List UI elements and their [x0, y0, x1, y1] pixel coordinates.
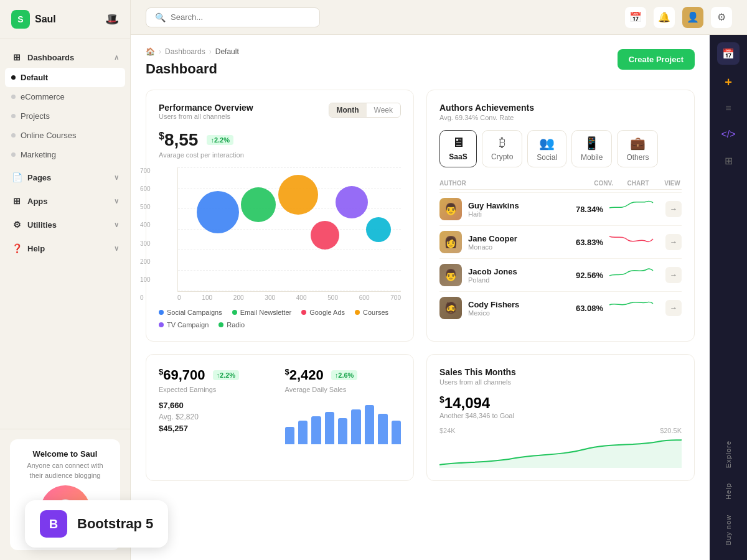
bar-6 — [351, 409, 360, 444]
add-panel-icon[interactable]: + — [717, 71, 740, 93]
breadcrumb-home[interactable]: 🏠 — [146, 47, 155, 56]
sidebar-logo: S Saul 🎩 — [0, 0, 130, 39]
bar-3 — [311, 416, 321, 445]
cat-tab-crypto[interactable]: ₿ Crypto — [482, 130, 522, 167]
sidebar-item-dashboards[interactable]: ⊞ Dashboards ∧ — [0, 47, 130, 68]
author-info-jacob: Jacob Jones Poland — [468, 267, 560, 284]
calendar-panel-icon[interactable]: 📅 — [717, 42, 740, 65]
cat-tab-saas[interactable]: 🖥 SaaS — [439, 130, 477, 167]
calendar-icon[interactable]: 📅 — [625, 7, 646, 28]
week-toggle-button[interactable]: Week — [367, 103, 400, 117]
dashboards-label: Dashboards — [27, 53, 74, 62]
stat-item1: $7,660 — [159, 401, 275, 410]
authors-title: Authors Achievements — [439, 103, 682, 113]
search-box[interactable]: 🔍 — [146, 7, 320, 27]
sidebar-item-pages[interactable]: 📄 Pages ∨ — [0, 167, 130, 188]
sidebar-item-projects[interactable]: Projects — [0, 106, 130, 126]
bar-5 — [338, 418, 347, 444]
author-conv-jane: 63.83% — [566, 238, 603, 247]
view-button-cody[interactable]: → — [665, 300, 682, 316]
sidebar-item-ecommerce[interactable]: eCommerce — [0, 87, 130, 106]
menu-panel-icon[interactable]: ≡ — [717, 97, 740, 119]
chevron-icon: ∨ — [114, 245, 119, 253]
help-label: Help — [27, 244, 45, 253]
author-avatar-cody: 🧔 — [439, 297, 462, 319]
mobile-icon: 📱 — [584, 136, 599, 151]
month-toggle-button[interactable]: Month — [329, 103, 367, 117]
nav-dot — [11, 152, 16, 157]
settings-icon[interactable]: ⚙ — [711, 7, 732, 28]
cat-tab-mobile[interactable]: 📱 Mobile — [571, 130, 612, 167]
code-panel-icon[interactable]: </> — [717, 123, 740, 146]
author-conv-jacob: 92.56% — [566, 271, 603, 280]
right-panel: 📅 + ≡ </> ⊞ Explore Help Buy now — [710, 35, 747, 560]
bootstrap-badge: B Bootstrap 5 — [25, 500, 168, 548]
view-button-jacob[interactable]: → — [665, 267, 682, 283]
nav-dot — [11, 95, 16, 99]
sparkline-cody — [609, 297, 653, 316]
sidebar-item-marketing[interactable]: Marketing — [0, 145, 130, 164]
explore-button[interactable]: Explore — [720, 433, 737, 475]
author-name-jacob: Jacob Jones — [468, 267, 560, 276]
col-conv: CONV. — [576, 180, 613, 187]
buy-now-button[interactable]: Buy now — [720, 507, 737, 553]
bar-8 — [378, 414, 387, 444]
bar-2 — [298, 421, 308, 445]
view-button-jane[interactable]: → — [665, 234, 682, 250]
legend-tv: TV Campaign — [159, 321, 209, 329]
marketing-label: Marketing — [21, 150, 56, 159]
dashboard-icon: ⊞ — [11, 52, 22, 63]
performance-card: Performance Overview Users from all chan… — [146, 90, 414, 342]
search-input[interactable] — [171, 12, 295, 22]
sales-card: Sales This Months Users from all channel… — [426, 354, 695, 481]
nav-dot — [11, 75, 16, 80]
sidebar-item-help[interactable]: ❓ Help ∨ — [0, 238, 130, 259]
performance-header: Performance Overview Users from all chan… — [159, 103, 401, 128]
author-country-jacob: Poland — [468, 276, 560, 284]
author-conv-guy: 78.34% — [566, 205, 603, 214]
expected-earnings: $69,700 ↑2.2% Expected Earnings $7,660 A… — [159, 367, 275, 444]
breadcrumb-dashboards[interactable]: Dashboards — [165, 47, 205, 56]
grid-panel-icon[interactable]: ⊞ — [717, 149, 740, 172]
daily-sales: $2,420 ↑2.6% Average Daily Sales — [285, 367, 402, 444]
chevron-icon: ∧ — [114, 54, 119, 62]
help-button[interactable]: Help — [720, 475, 737, 507]
sidebar-item-apps[interactable]: ⊞ Apps ∨ — [0, 190, 130, 212]
sidebar-item-utilities[interactable]: ⚙ Utilities ∨ — [0, 214, 130, 235]
notification-icon[interactable]: 🔔 — [654, 7, 675, 28]
sidebar-item-online-courses[interactable]: Online Courses — [0, 126, 130, 145]
author-info-jane: Jane Cooper Monaco — [468, 234, 560, 251]
breadcrumb-sep1: › — [159, 47, 161, 56]
view-button-guy[interactable]: → — [665, 201, 682, 217]
bar-chart — [285, 401, 402, 444]
bar-1 — [285, 427, 294, 444]
stat-avg: Avg. $2,820 — [159, 413, 275, 421]
breadcrumb: 🏠 › Dashboards › Default — [146, 47, 695, 56]
dashboard-grid: Performance Overview Users from all chan… — [146, 90, 695, 481]
projects-label: Projects — [21, 111, 50, 121]
cat-tab-social[interactable]: 👥 Social — [527, 130, 566, 167]
chart-legend: Social Campaigns Email Newsletter Google… — [159, 309, 401, 329]
cat-tab-others[interactable]: 💼 Others — [617, 130, 658, 167]
performance-subtitle: Users from all channels — [159, 113, 253, 120]
author-name-cody: Cody Fishers — [468, 300, 560, 309]
main-area: 🔍 📅 🔔 👤 ⚙ 🏠 › Dashboards › Default Dashb… — [131, 0, 747, 560]
create-project-button[interactable]: Create Project — [618, 49, 695, 70]
sparkline-guy — [609, 198, 653, 217]
sparkline-jane — [609, 231, 653, 250]
logo-icon: S — [11, 10, 30, 29]
col-chart: CHART — [613, 180, 663, 187]
author-country-jane: Monaco — [468, 243, 560, 251]
bootstrap-icon: B — [40, 510, 67, 538]
col-view: VIEW — [663, 180, 682, 187]
user-avatar[interactable]: 👤 — [682, 7, 703, 28]
topbar: 🔍 📅 🔔 👤 ⚙ — [131, 0, 747, 35]
bar-9 — [392, 421, 401, 445]
legend-google: Google Ads — [301, 309, 345, 316]
arrow-icon[interactable]: 🎩 — [105, 12, 119, 26]
period-toggle: Month Week — [329, 103, 401, 118]
sales-big-value: $14,094 — [439, 394, 490, 412]
sidebar-item-default[interactable]: Default — [5, 68, 125, 87]
app-name: Saul — [35, 14, 56, 25]
bubble-courses — [311, 221, 339, 250]
